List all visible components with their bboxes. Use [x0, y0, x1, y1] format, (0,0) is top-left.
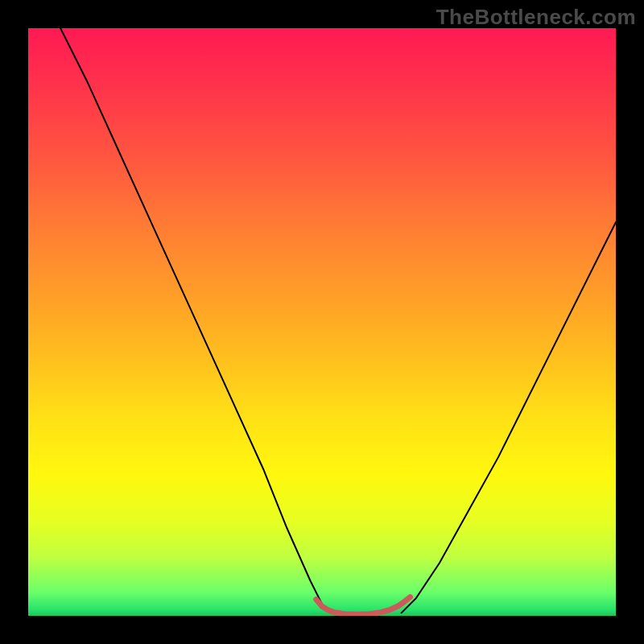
chart-frame: TheBottleneck.com	[0, 0, 644, 644]
watermark-text: TheBottleneck.com	[436, 5, 636, 30]
right-curve-path	[402, 222, 616, 613]
plot-area	[28, 28, 616, 616]
bottom-arc-path	[316, 597, 411, 615]
left-curve-path	[60, 28, 331, 613]
curves-svg	[28, 28, 616, 616]
